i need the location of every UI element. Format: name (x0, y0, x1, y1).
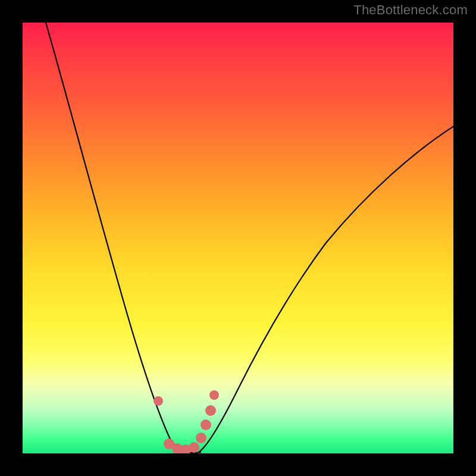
chart-frame: TheBottleneck.com (0, 0, 476, 476)
right-curve (199, 125, 453, 452)
marker-dot (196, 433, 206, 443)
left-curve (44, 23, 183, 452)
marker-dot (154, 396, 163, 406)
marker-dot (205, 405, 216, 416)
watermark-text: TheBottleneck.com (353, 2, 468, 18)
marker-dot (209, 390, 219, 400)
plot-area (23, 23, 453, 453)
marker-dot (189, 442, 199, 453)
marker-dot (201, 419, 211, 430)
curve-layer (23, 23, 453, 453)
